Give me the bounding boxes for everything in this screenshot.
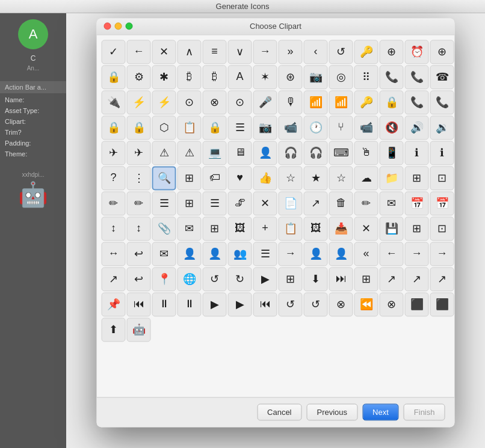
icon-volume-mute[interactable]: 🔇 <box>380 115 404 140</box>
icon-person[interactable]: 👤 <box>253 141 277 165</box>
icon-mouse[interactable]: 🖱 <box>354 141 378 165</box>
icon-list[interactable]: ☰ <box>228 115 252 140</box>
icon-cloud[interactable]: ☁ <box>354 166 378 190</box>
icon-placeholder7[interactable]: → <box>430 242 454 266</box>
icon-not-interested[interactable]: ⬡ <box>152 115 176 140</box>
icon-photo[interactable]: 🖼 <box>304 216 328 241</box>
icon-lock2[interactable]: 🔒 <box>380 90 404 114</box>
icon-placeholder1[interactable]: ☎ <box>430 65 454 89</box>
icon-pause-circle[interactable]: ⏸ <box>152 292 176 316</box>
icon-rotate-right[interactable]: ↻ <box>228 267 252 291</box>
icon-clear[interactable]: ✕ <box>253 191 277 215</box>
icon-power[interactable]: 🔌 <box>102 90 126 114</box>
icon-volume-up[interactable]: 🔊 <box>405 115 429 140</box>
icon-placeholder3[interactable]: ℹ <box>430 141 454 165</box>
icon-play2[interactable]: ▶ <box>228 292 252 316</box>
icon-expand-less[interactable]: ∧ <box>178 40 202 64</box>
icon-gps-fixed[interactable]: ⊙ <box>178 90 202 114</box>
icon-skip-next[interactable]: » <box>279 40 303 64</box>
icon-sd-card[interactable]: 📋 <box>178 115 202 140</box>
icon-back[interactable]: ← <box>380 242 404 266</box>
icon-mic-none[interactable]: 🎙 <box>279 90 303 114</box>
icon-insert-drive[interactable]: 📄 <box>279 191 303 215</box>
icon-headset[interactable]: 🎧 <box>279 141 303 165</box>
previous-button[interactable]: Previous <box>307 404 358 420</box>
icon-settings[interactable]: ⚙ <box>127 65 151 89</box>
icon-shuffle[interactable]: ⊗ <box>380 292 404 316</box>
icon-skip-previous[interactable]: ⏮ <box>127 292 151 316</box>
icon-camera-enhance[interactable]: ⊛ <box>279 65 303 89</box>
icon-dashboard[interactable]: ⊞ <box>178 166 202 190</box>
icon-headset-mic[interactable]: 🎧 <box>304 141 328 165</box>
icon-create[interactable]: ✏ <box>354 191 378 215</box>
icon-flight[interactable]: ✈ <box>102 141 126 165</box>
icon-camera2[interactable]: 📷 <box>253 115 277 140</box>
icon-placeholder9[interactable]: ↗ <box>430 267 454 291</box>
icon-android[interactable]: 🤖 <box>127 318 151 342</box>
icon-star-border[interactable]: ☆ <box>279 166 303 190</box>
icon-bluetooth-b[interactable]: ₿ <box>178 65 202 89</box>
icon-refresh[interactable]: ↺ <box>329 40 353 64</box>
icon-reply2[interactable]: ↩ <box>127 267 151 291</box>
icon-placeholder8[interactable]: ⊞ <box>354 267 378 291</box>
icon-lock4[interactable]: 🔒 <box>127 115 151 140</box>
icon-play-circle[interactable]: ▶ <box>203 292 227 316</box>
icon-close3[interactable]: ⊗ <box>329 292 353 316</box>
icon-placeholder10[interactable]: ⬛ <box>430 292 454 316</box>
icon-stop[interactable]: ⬛ <box>405 292 429 316</box>
icon-location[interactable]: 📍 <box>152 267 176 291</box>
icon-lock5[interactable]: 🔒 <box>203 115 227 140</box>
icon-open-with[interactable]: ↔ <box>102 242 126 266</box>
close-button[interactable] <box>104 22 111 29</box>
icon-person-add[interactable]: 👤 <box>178 242 202 266</box>
icon-label[interactable]: 🏷 <box>203 166 227 190</box>
icon-star-half[interactable]: ☆ <box>329 166 353 190</box>
icon-favorite[interactable]: ♥ <box>228 166 252 190</box>
icon-usb[interactable]: ⑂ <box>329 115 353 140</box>
icon-forward[interactable]: → <box>279 242 303 266</box>
icon-repeat[interactable]: ↺ <box>304 292 328 316</box>
icon-flash-on[interactable]: ⚡ <box>152 90 176 114</box>
icon-wifi[interactable]: 📶 <box>329 90 353 114</box>
icon-grid-on[interactable]: ⊞ <box>178 191 202 215</box>
icon-flight2[interactable]: ✈ <box>127 141 151 165</box>
icon-videocam2[interactable]: 📹 <box>354 115 378 140</box>
icon-lock3[interactable]: 🔒 <box>102 115 126 140</box>
icon-gps-off[interactable]: ⊗ <box>203 90 227 114</box>
finish-button[interactable]: Finish <box>404 404 445 420</box>
icon-add[interactable]: + <box>253 216 277 241</box>
icon-close2[interactable]: ✕ <box>354 216 378 241</box>
icon-sort[interactable]: ☰ <box>253 242 277 266</box>
icon-assignment[interactable]: 📋 <box>279 216 303 241</box>
icon-apps2[interactable]: ⊞ <box>405 166 429 190</box>
icon-image[interactable]: 🖼 <box>228 216 252 241</box>
icon-thumb-up[interactable]: 👍 <box>253 166 277 190</box>
icon-subject[interactable]: ☰ <box>203 191 227 215</box>
icon-expand-more[interactable]: ∨ <box>228 40 252 64</box>
icon-person2[interactable]: 👤 <box>304 242 328 266</box>
icon-person3[interactable]: 👤 <box>329 242 353 266</box>
icon-social[interactable]: ↗ <box>405 267 429 291</box>
icon-phone-android[interactable]: 📱 <box>380 141 404 165</box>
icon-edit[interactable]: ✏ <box>102 191 126 215</box>
icon-send[interactable]: ✉ <box>178 216 202 241</box>
icon-play[interactable]: ▶ <box>253 267 277 291</box>
icon-arrow-right[interactable]: → <box>253 40 277 64</box>
icon-pin[interactable]: 📌 <box>102 292 126 316</box>
icon-attach[interactable]: 🖇 <box>228 191 252 215</box>
icon-folder[interactable]: 📁 <box>380 166 404 190</box>
icon-call-end[interactable]: 📞 <box>405 65 429 89</box>
icon-download[interactable]: ⬇ <box>304 267 328 291</box>
icon-menu[interactable]: ≡ <box>203 40 227 64</box>
icon-search[interactable]: 🔍 <box>152 166 176 190</box>
icon-format-list[interactable]: ☰ <box>152 191 176 215</box>
icon-key2[interactable]: 🔑 <box>354 90 378 114</box>
icon-add-alarm[interactable]: ⊕ <box>430 40 454 64</box>
icon-group[interactable]: 👥 <box>228 242 252 266</box>
icon-pause[interactable]: ⏸ <box>178 292 202 316</box>
icon-attach-file[interactable]: 📎 <box>152 216 176 241</box>
icon-public[interactable]: 🌐 <box>178 267 202 291</box>
icon-placeholder2[interactable]: 🔉 <box>430 115 454 140</box>
icon-mail[interactable]: ✉ <box>152 242 176 266</box>
icon-brightness-auto[interactable]: ◎ <box>329 65 353 89</box>
